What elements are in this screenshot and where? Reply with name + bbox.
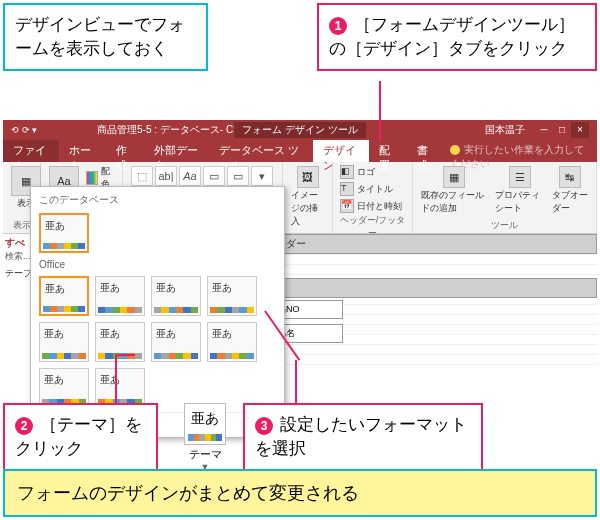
control-more[interactable]: ▾ xyxy=(251,166,273,186)
tab-database-tools[interactable]: データベース ツール xyxy=(209,140,313,162)
logo-button[interactable]: ◧ロゴ xyxy=(339,164,403,180)
contextual-tool-label: フォーム デザイン ツール xyxy=(234,122,366,138)
tab-design[interactable]: デザイン xyxy=(313,140,369,162)
theme-thumbnail[interactable]: 亜あ xyxy=(39,276,89,316)
image-icon: 🖼 xyxy=(297,166,319,188)
titlebar: ⟲ ⟳ ▾ 商品管理5-5 : データベース- C:¥Users フォーム デザ… xyxy=(3,120,597,140)
user-name: 国本温子 xyxy=(485,123,525,137)
theme-thumbnail[interactable]: 亜あ xyxy=(39,322,89,362)
tell-me-box[interactable]: 実行したい作業を入力してください xyxy=(445,140,597,162)
addfield-icon: ▦ xyxy=(443,166,465,188)
title-icon: T xyxy=(340,182,354,196)
callout-text: 設定したいフォーマットを選択 xyxy=(255,415,467,458)
date-icon: 📅 xyxy=(340,199,354,213)
ribbon-group-tools: ▦既存のフィールドの追加 ☰プロパティシート ↹タブオーダー ツール xyxy=(413,162,597,233)
step-number-3: 3 xyxy=(255,417,273,435)
callout-text: デザインビューでフォームを表示しておく xyxy=(15,15,185,58)
close-button[interactable]: × xyxy=(571,122,589,138)
tab-file[interactable]: ファイル xyxy=(3,140,59,162)
control-textbox[interactable]: ab| xyxy=(155,166,177,186)
theme-large-icon: 亜あ xyxy=(184,403,226,445)
tab-external-data[interactable]: 外部データ xyxy=(144,140,209,162)
connector-line-2b xyxy=(115,354,135,356)
banner-text: フォームのデザインがまとめて変更される xyxy=(17,483,359,503)
tab-create[interactable]: 作成 xyxy=(106,140,144,162)
propsheet-icon: ☰ xyxy=(509,166,531,188)
ribbon-group-header-footer: ◧ロゴ Tタイトル 📅日付と時刻 ヘッダー/フッター xyxy=(333,162,413,233)
theme-thumbnail[interactable]: 亜あ xyxy=(151,322,201,362)
tab-home[interactable]: ホーム xyxy=(59,140,106,162)
title-button[interactable]: Tタイトル xyxy=(339,181,403,197)
callout-prerequisite: デザインビューでフォームを表示しておく xyxy=(3,3,208,71)
callout-step-1: 1 ［フォームデザインツール］の［デザイン］タブをクリック xyxy=(317,3,597,71)
theme-thumbnail[interactable]: 亜あ xyxy=(95,368,145,408)
window-buttons: ─ □ × xyxy=(535,122,589,138)
theme-thumbnail[interactable]: 亜あ xyxy=(207,276,257,316)
taborder-icon: ↹ xyxy=(559,166,581,188)
minimize-button[interactable]: ─ xyxy=(535,122,553,138)
bulb-icon xyxy=(450,145,460,155)
callout-text: ［フォームデザインツール］の［デザイン］タブをクリック xyxy=(329,15,575,58)
ribbon-tabs: ファイル ホーム 作成 外部データ データベース ツール デザイン 配置 書式 … xyxy=(3,140,597,162)
maximize-button[interactable]: □ xyxy=(553,122,571,138)
theme-thumbnail[interactable]: 亜あ xyxy=(95,276,145,316)
connector-line-1 xyxy=(379,81,381,141)
theme-thumbnail[interactable]: 亜あ xyxy=(95,322,145,362)
result-banner: フォームのデザインがまとめて変更される xyxy=(3,469,597,517)
theme-thumbnail[interactable]: 亜あ xyxy=(39,213,89,253)
tab-order-button[interactable]: ↹タブオーダー xyxy=(550,164,590,217)
control-label[interactable]: Aa xyxy=(179,166,201,186)
step-number-2: 2 xyxy=(15,417,33,435)
callout-step-3: 3 設定したいフォーマットを選択 xyxy=(243,403,483,471)
control-tab[interactable]: ▭ xyxy=(227,166,249,186)
theme-thumbnail[interactable]: 亜あ xyxy=(151,276,201,316)
ribbon-group-insert-image: 🖼イメージの挿入 xyxy=(283,162,333,233)
control-select[interactable]: ⬚ xyxy=(131,166,153,186)
step-number-1: 1 xyxy=(329,17,347,35)
add-field-button[interactable]: ▦既存のフィールドの追加 xyxy=(419,164,489,217)
callout-step-2: 2 ［テーマ］をクリック xyxy=(3,403,158,471)
connector-line-2 xyxy=(115,355,117,403)
connector-line-3 xyxy=(295,360,297,403)
theme-thumbnail[interactable]: 亜あ xyxy=(207,322,257,362)
property-sheet-button[interactable]: ☰プロパティシート xyxy=(493,164,545,217)
theme-button-large[interactable]: 亜あ テーマ ▼ xyxy=(180,403,230,472)
tab-format[interactable]: 書式 xyxy=(407,140,445,162)
theme-thumbnail[interactable]: 亜あ xyxy=(39,368,89,408)
logo-icon: ◧ xyxy=(340,165,354,179)
colors-icon xyxy=(86,171,98,185)
themes-section-office: Office xyxy=(35,257,280,272)
themes-section-thisdb: このデータベース xyxy=(35,191,280,209)
callout-text: ［テーマ］をクリック xyxy=(15,415,142,458)
control-button[interactable]: ▭ xyxy=(203,166,225,186)
theme-large-label: テーマ xyxy=(180,447,230,462)
insert-image-button[interactable]: 🖼イメージの挿入 xyxy=(289,164,326,230)
datetime-button[interactable]: 📅日付と時刻 xyxy=(339,198,403,214)
themes-dropdown: このデータベース 亜あ Office 亜あ 亜あ 亜あ 亜あ 亜あ 亜あ 亜あ … xyxy=(30,186,285,438)
tab-arrange[interactable]: 配置 xyxy=(369,140,407,162)
